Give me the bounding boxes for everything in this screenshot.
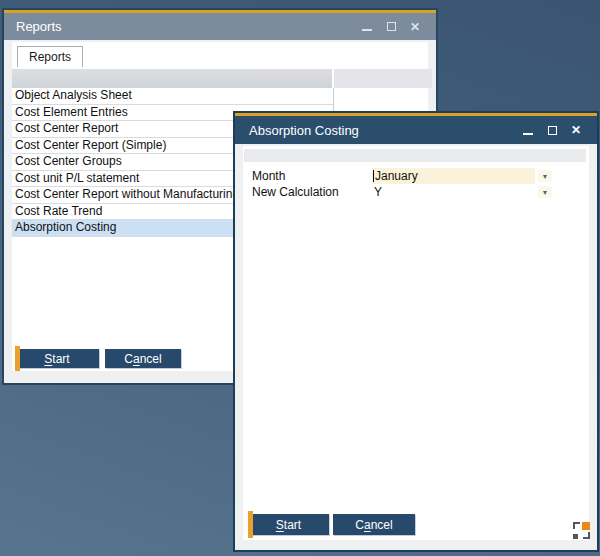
cancel-button[interactable]: Cancel	[105, 349, 181, 368]
month-input[interactable]: January	[372, 168, 535, 184]
reports-titlebar[interactable]: Reports ✕	[4, 13, 436, 40]
chevron-down-icon: ▼	[542, 173, 549, 180]
grid-header-empty-column	[334, 69, 432, 88]
maximize-icon[interactable]	[385, 21, 397, 33]
start-button-label: Start	[44, 352, 69, 366]
default-button-accent	[248, 511, 253, 538]
dialog-titlebar[interactable]: Absorption Costing ✕	[235, 116, 597, 144]
month-label: Month	[252, 168, 285, 184]
close-icon[interactable]: ✕	[409, 21, 421, 33]
minimize-icon[interactable]	[522, 124, 534, 136]
dialog-window-body: Month January ▼ New Calculation Y ▼ Star…	[237, 146, 595, 548]
cancel-button[interactable]: Cancel	[333, 514, 415, 535]
start-button-label: Start	[276, 518, 301, 532]
default-button-accent	[15, 346, 20, 371]
window-title: Reports	[4, 19, 62, 34]
window-controls: ✕	[522, 124, 597, 136]
dialog-content-area: Month January ▼ New Calculation Y ▼ Star…	[243, 146, 589, 540]
report-row[interactable]: Object Analysis Sheet	[12, 88, 333, 105]
new-calculation-input[interactable]: Y	[374, 184, 382, 200]
month-dropdown-button[interactable]: ▼	[538, 170, 552, 182]
start-button[interactable]: Start	[248, 514, 329, 535]
minimize-icon[interactable]	[361, 21, 373, 33]
window-title: Absorption Costing	[235, 123, 359, 138]
new-calculation-label: New Calculation	[252, 184, 339, 200]
tab-reports[interactable]: Reports	[17, 46, 83, 67]
cancel-button-label: Cancel	[355, 518, 392, 532]
month-value: January	[375, 168, 418, 184]
start-button[interactable]: Start	[15, 349, 99, 368]
absorption-costing-dialog: Absorption Costing ✕ Month January ▼ New…	[233, 111, 599, 552]
cancel-button-label: Cancel	[124, 352, 161, 366]
grid-header-column	[12, 69, 332, 88]
close-icon[interactable]: ✕	[570, 124, 582, 136]
dialog-toolbar-band	[244, 149, 586, 162]
new-calculation-dropdown-button[interactable]: ▼	[538, 186, 552, 198]
chevron-down-icon: ▼	[542, 189, 549, 196]
desktop-background: Reports ✕ Reports Object Analysis Sheet …	[0, 0, 600, 556]
text-caret	[373, 170, 374, 182]
maximize-icon[interactable]	[546, 124, 558, 136]
resize-grip-icon[interactable]	[573, 522, 590, 539]
window-controls: ✕	[361, 21, 436, 33]
